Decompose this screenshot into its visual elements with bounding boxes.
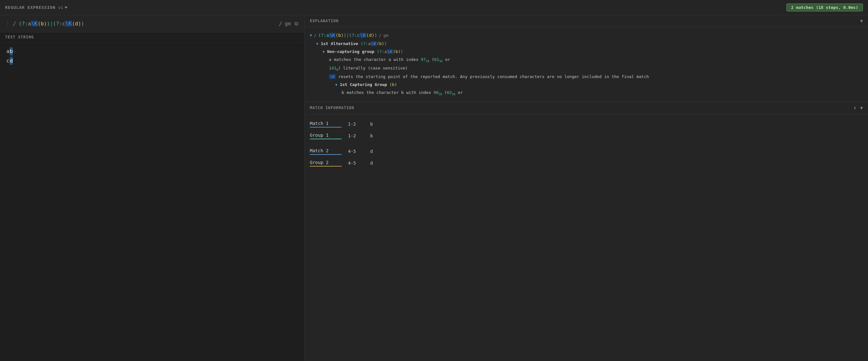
regex-title: REGULAR EXPRESSION <box>5 5 56 10</box>
test-char-c: c <box>6 57 9 65</box>
group1-label: Group 1 <box>310 133 342 139</box>
regex-slashk2: \K <box>65 21 72 27</box>
alt1-label: 1st Alternative <box>321 41 360 46</box>
explanation-header: EXPLANATION ▼ <box>305 15 868 27</box>
right-panel: EXPLANATION ▼ / (?:a\K(b))|(?:c\K(d)) / … <box>305 15 868 361</box>
match2-range: 4-5 <box>348 149 364 154</box>
match1-label: Match 1 <box>310 121 342 128</box>
b-index-62: 6216 <box>447 90 456 95</box>
regex-literal-a: a <box>28 21 31 27</box>
explanation-body: / (?:a\K(b))|(?:c\K(d)) / gm 1st Alterna… <box>305 27 868 102</box>
root-regex: (?:a\K(b))|(?:c\K(d)) <box>318 32 377 39</box>
cap1-item: 1st Capturing Group (b) <box>310 81 863 88</box>
export-icon[interactable]: ⬆ <box>854 105 857 111</box>
group1-value: b <box>370 133 373 138</box>
a-or: or <box>442 57 450 62</box>
a-index-141: 1418 <box>329 66 338 70</box>
test-string-header: TEST STRING <box>0 32 305 42</box>
group2-value: d <box>370 161 373 166</box>
regex-noncap2-open: (?: <box>53 21 62 27</box>
root-slash-open: / <box>314 32 316 39</box>
regex-literal-c: c <box>62 21 65 27</box>
copy-icon[interactable]: ⧉ <box>293 19 300 28</box>
match-separator <box>310 142 863 145</box>
b-match-item: b matches the character b with index 981… <box>310 89 863 97</box>
regex-b: b <box>41 21 44 27</box>
drag-handle-icon[interactable]: ⋮ <box>5 21 10 27</box>
a-index-61: 6116 <box>434 57 443 62</box>
slashk-item: \K resets the starting point of the repo… <box>310 73 863 80</box>
group2-range: 4-5 <box>348 161 364 166</box>
main-layout: ⋮ / (?:a\K(b))|(?:c\K(d)) / gm ⧉ TEST ST… <box>0 15 868 361</box>
left-panel: ⋮ / (?:a\K(b))|(?:c\K(d)) / gm ⧉ TEST ST… <box>0 15 305 361</box>
group2-label: Group 2 <box>310 160 342 167</box>
a-match-text: a matches the character a with index <box>329 57 421 62</box>
test-line-2: cd <box>6 57 298 65</box>
header-left: REGULAR EXPRESSION v1 <box>5 5 68 10</box>
root-flags: gm <box>383 32 388 39</box>
a-case-text: ) literally (case sensitive) <box>338 66 408 70</box>
match-info-header: MATCH INFORMATION ⬆ ▼ <box>305 102 868 114</box>
match2-label: Match 2 <box>310 148 342 155</box>
root-slash-close: / <box>379 32 382 39</box>
noncap-label: Non-capturing group <box>327 49 377 54</box>
a-index-8-item: 1418) literally (case sensitive) <box>310 65 863 72</box>
a-paren-open: ( <box>429 57 434 62</box>
slashk-text: resets the starting point of the reporte… <box>336 74 649 79</box>
test-string-body[interactable]: ab↵ cd <box>0 42 305 361</box>
b-paren: ( <box>442 90 447 95</box>
test-line-1: ab↵ <box>6 47 298 56</box>
tree-root: / (?:a\K(b))|(?:c\K(d)) / gm <box>310 32 863 39</box>
test-char-a: a <box>6 47 9 56</box>
regex-slash-close: / <box>279 20 282 27</box>
match-badge: 2 matches (18 steps, 0.0ms) <box>786 3 863 11</box>
match-info-title: MATCH INFORMATION <box>310 106 354 110</box>
regex-pipe: | <box>50 21 53 27</box>
a-index-97: 9710 <box>421 57 430 62</box>
version-label: v1 <box>58 5 63 10</box>
cap1-label: 1st Capturing Group <box>340 82 390 87</box>
match-info-body: Match 1 1-2 b Group 1 1-2 b Match 2 4-5 … <box>305 114 868 173</box>
match-info-controls: ⬆ ▼ <box>854 105 863 111</box>
root-toggle-icon[interactable] <box>310 33 312 39</box>
slashk-label: \K <box>329 74 336 79</box>
regex-slash-open: / <box>13 20 16 27</box>
match2-row: Match 2 4-5 d <box>310 145 863 157</box>
match1-row: Match 1 1-2 b <box>310 118 863 130</box>
match1-range: 1-2 <box>348 122 364 127</box>
explanation-title: EXPLANATION <box>310 19 338 23</box>
b-or: or <box>455 90 463 95</box>
version-chevron-icon <box>64 7 68 8</box>
match1-value: b <box>370 122 373 127</box>
regex-cap2-open: ( <box>72 21 75 27</box>
header-bar: REGULAR EXPRESSION v1 2 matches (18 step… <box>0 0 868 15</box>
newline-marker-1: ↵ <box>14 48 16 54</box>
regex-slashk1: \K <box>31 21 37 27</box>
regex-cap2-close: ) <box>78 21 81 27</box>
match2-value: d <box>370 149 373 154</box>
group2-row: Group 2 4-5 d <box>310 157 863 169</box>
explanation-collapse-icon[interactable]: ▼ <box>860 19 863 24</box>
regex-noncap1-open: (?: <box>19 21 28 27</box>
regex-cap1-open: ( <box>38 21 41 27</box>
test-string-label: TEST STRING <box>5 35 34 39</box>
regex-noncap2-close: ) <box>81 21 85 27</box>
noncap-item: Non-capturing group (?:a\K(b)) <box>310 48 863 55</box>
alt1-toggle-icon[interactable] <box>316 42 318 46</box>
noncap-toggle-icon[interactable] <box>322 50 325 54</box>
regex-cap1-close: ) <box>44 21 47 27</box>
regex-pattern[interactable]: (?:a\K(b))|(?:c\K(d)) <box>19 21 276 27</box>
version-selector[interactable]: v1 <box>58 5 68 10</box>
test-char-b: b <box>9 47 13 56</box>
b-index-98: 9810 <box>434 90 442 95</box>
noncap-regex: (?: <box>377 49 384 54</box>
b-match-text: b matches the character b with index <box>342 90 434 95</box>
regex-noncap1-close: ) <box>47 21 50 27</box>
regex-flags: gm <box>285 21 291 27</box>
alt1-regex: (?: <box>361 41 368 46</box>
regex-input-bar: ⋮ / (?:a\K(b))|(?:c\K(d)) / gm ⧉ <box>0 15 305 32</box>
alt1-item: 1st Alternative (?:a\K(b)) <box>310 40 863 47</box>
cap1-toggle-icon[interactable] <box>335 83 338 87</box>
test-char-d: d <box>9 57 13 65</box>
match-info-collapse-icon[interactable]: ▼ <box>860 105 863 110</box>
